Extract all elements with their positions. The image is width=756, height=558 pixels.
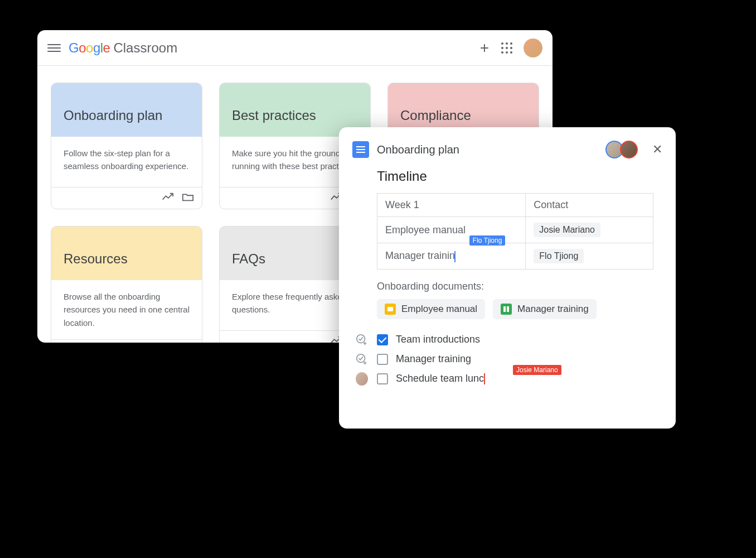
doc-heading-timeline: Timeline <box>377 169 653 184</box>
checklist-item[interactable]: Manager training <box>377 353 653 365</box>
checkbox[interactable] <box>377 354 388 365</box>
docs-window: Onboarding plan ✕ Timeline Week 1 Contac… <box>339 127 676 429</box>
create-plus-icon[interactable]: + <box>480 39 489 57</box>
sheets-icon <box>501 304 512 315</box>
google-docs-icon <box>352 141 369 158</box>
add-checklist-icon[interactable] <box>356 334 368 346</box>
class-card-resources[interactable]: Resources Browse all the onboarding reso… <box>51 226 202 343</box>
contact-chip[interactable]: Flo Tjiong <box>534 249 584 263</box>
google-logo: Google <box>69 40 110 56</box>
docs-body: Timeline Week 1 Contact Employee manual … <box>339 169 676 406</box>
checklist-item[interactable]: Team introductions <box>377 334 653 345</box>
collab-cursor-red <box>484 373 485 384</box>
table-row: Employee manual Josie Mariano <box>377 217 653 243</box>
collaborator-avatars[interactable] <box>609 141 638 158</box>
card-title: Resources <box>51 227 202 280</box>
col-header-week[interactable]: Week 1 <box>377 194 526 217</box>
account-avatar[interactable] <box>524 39 542 57</box>
checklist-text: Team introductions <box>396 334 480 345</box>
app-title: Classroom <box>113 40 177 56</box>
doc-chip-label: Employee manual <box>401 304 477 315</box>
col-header-contact[interactable]: Contact <box>526 194 653 217</box>
class-card-onboarding-plan[interactable]: Onboarding plan Follow the six-step plan… <box>51 83 202 209</box>
docs-header: Onboarding plan ✕ <box>339 127 676 169</box>
card-title: Onboarding plan <box>51 83 202 137</box>
table-cell-contact[interactable]: Flo Tjiong <box>526 243 653 270</box>
slides-icon <box>385 304 396 315</box>
table-row: Manager trainin Flo Tjiong Flo Tjiong <box>377 243 653 270</box>
checklist-item[interactable]: Schedule team lunc Josie Mariano <box>377 373 653 384</box>
checklist-text: Schedule team lunc <box>396 373 485 384</box>
svg-point-0 <box>357 334 365 343</box>
checklist-text: Manager training <box>396 353 471 365</box>
checklist: Team introductions Manager training Sche… <box>377 334 653 384</box>
checkbox[interactable] <box>377 373 388 384</box>
google-apps-icon[interactable] <box>501 42 512 54</box>
folder-icon[interactable] <box>182 192 194 204</box>
add-checklist-icon[interactable] <box>356 353 368 365</box>
card-description: Follow the six-step plan for a seamless … <box>51 137 202 187</box>
card-description: Browse all the onboarding resources you … <box>51 280 202 339</box>
table-cell-contact[interactable]: Josie Mariano <box>526 217 653 243</box>
doc-chips-row: Employee manual Manager training <box>377 299 653 319</box>
collab-cursor-tag-red: Josie Mariano <box>513 365 561 375</box>
timeline-table: Week 1 Contact Employee manual Josie Mar… <box>377 193 653 270</box>
doc-chip-manager-training[interactable]: Manager training <box>493 299 597 319</box>
checkbox[interactable] <box>377 334 388 345</box>
analytics-icon[interactable] <box>162 192 174 204</box>
docs-title: Onboarding plan <box>377 143 459 156</box>
collab-cursor-tag-blue: Flo Tjiong <box>469 235 505 246</box>
table-cell-item[interactable]: Manager trainin Flo Tjiong <box>377 243 526 270</box>
onboarding-docs-subheading: Onboarding documents: <box>377 281 653 292</box>
hamburger-menu-icon[interactable] <box>47 41 61 55</box>
collaborator-avatar-mini <box>356 372 368 386</box>
close-icon[interactable]: ✕ <box>652 142 662 157</box>
doc-chip-employee-manual[interactable]: Employee manual <box>377 299 485 319</box>
collab-cursor-blue <box>454 251 455 262</box>
collaborator-avatar[interactable] <box>620 141 638 158</box>
doc-chip-label: Manager training <box>517 304 589 315</box>
classroom-header: Google Classroom + <box>37 30 553 66</box>
table-row: Week 1 Contact <box>377 194 653 217</box>
svg-point-1 <box>357 354 365 362</box>
contact-chip[interactable]: Josie Mariano <box>534 223 600 237</box>
